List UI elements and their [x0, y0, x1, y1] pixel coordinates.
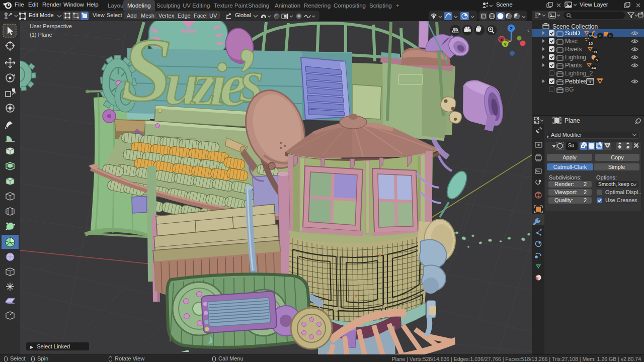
svg-text:44: 44 [592, 66, 596, 70]
svg-text:10: 10 [589, 41, 593, 46]
svg-text:99: 99 [593, 50, 597, 54]
svg-text:Z: Z [510, 26, 513, 31]
svg-text:Y: Y [504, 42, 507, 47]
svg-text:2: 2 [599, 34, 602, 38]
svg-text:X: X [500, 38, 503, 42]
svg-text:‹: ‹ [527, 27, 529, 33]
svg-text:5: 5 [596, 58, 598, 62]
svg-text:2: 2 [609, 34, 612, 38]
svg-text:uzie: uzie [164, 49, 248, 119]
